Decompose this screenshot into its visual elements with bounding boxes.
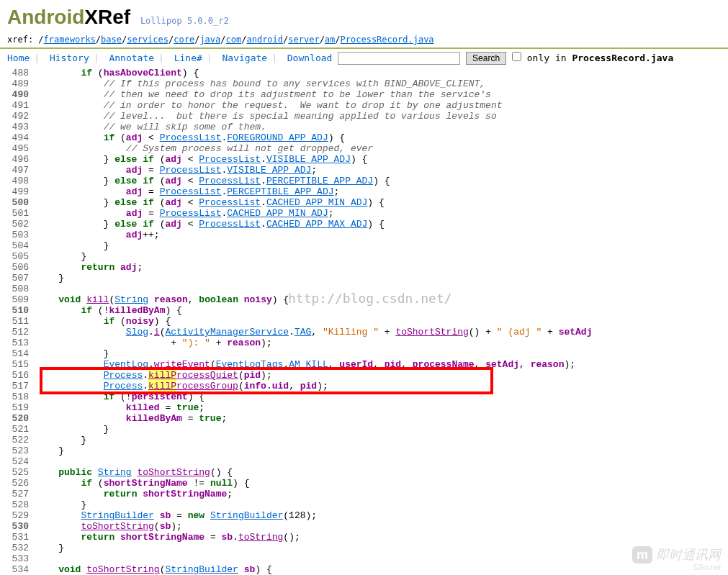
code-content[interactable]: } else if (adj < ProcessList.CACHED_APP_…: [36, 219, 721, 230]
code-content[interactable]: // level... but there is special meaning…: [36, 111, 721, 122]
nav-navigate[interactable]: Navigate: [223, 53, 268, 63]
line-number[interactable]: 523: [7, 445, 36, 456]
code-content[interactable]: adj = ProcessList.VISIBLE_APP_ADJ;: [36, 165, 721, 176]
line-number[interactable]: 515: [7, 359, 36, 370]
line-number[interactable]: 514: [7, 348, 36, 359]
breadcrumb-part[interactable]: server: [288, 35, 319, 45]
nav-annotate[interactable]: Annotate: [109, 53, 154, 63]
code-content[interactable]: void toShortString(StringBuilder sb) {: [36, 564, 721, 575]
code-content[interactable]: // we will skip some of them.: [36, 122, 721, 132]
line-number[interactable]: 507: [7, 273, 36, 284]
nav-line[interactable]: Line#: [174, 53, 202, 63]
line-number[interactable]: 490: [7, 89, 36, 100]
code-content[interactable]: killedByAm = true;: [36, 413, 721, 424]
code-content[interactable]: return shortStringName = sb.toString();: [36, 532, 721, 543]
code-content[interactable]: StringBuilder sb = new StringBuilder(128…: [36, 510, 721, 521]
line-number[interactable]: 528: [7, 499, 36, 510]
line-number[interactable]: 517: [7, 381, 36, 391]
code-content[interactable]: } else if (adj < ProcessList.CACHED_APP_…: [36, 197, 721, 208]
breadcrumb-part[interactable]: core: [174, 35, 194, 45]
line-number[interactable]: 501: [7, 208, 36, 219]
code-content[interactable]: adj = ProcessList.CACHED_APP_MIN_ADJ;: [36, 208, 721, 219]
breadcrumb-part[interactable]: base: [101, 35, 122, 45]
line-number[interactable]: 513: [7, 338, 36, 348]
line-number[interactable]: 529: [7, 510, 36, 521]
code-content[interactable]: [36, 553, 721, 564]
search-input[interactable]: [338, 52, 460, 65]
breadcrumb-part[interactable]: android: [246, 35, 283, 45]
line-number[interactable]: 510: [7, 305, 36, 316]
line-number[interactable]: 521: [7, 424, 36, 435]
code-content[interactable]: }: [36, 445, 721, 456]
line-number[interactable]: 492: [7, 111, 36, 122]
line-number[interactable]: 499: [7, 186, 36, 197]
line-number[interactable]: 532: [7, 543, 36, 553]
code-content[interactable]: }: [36, 240, 721, 251]
line-number[interactable]: 502: [7, 219, 36, 230]
code-content[interactable]: toShortString(sb);: [36, 521, 721, 532]
code-content[interactable]: if (shortStringName != null) {: [36, 478, 721, 489]
line-number[interactable]: 500: [7, 197, 36, 208]
line-number[interactable]: 520: [7, 413, 36, 424]
code-content[interactable]: void kill(String reason, boolean noisy) …: [36, 294, 721, 305]
code-content[interactable]: }: [36, 424, 721, 435]
code-content[interactable]: adj = ProcessList.PERCEPTIBLE_APP_ADJ;: [36, 186, 721, 197]
line-number[interactable]: 489: [7, 78, 36, 89]
code-content[interactable]: }: [36, 543, 721, 553]
line-number[interactable]: 519: [7, 402, 36, 413]
breadcrumb-part[interactable]: com: [226, 35, 242, 45]
breadcrumb-part[interactable]: services: [127, 35, 168, 45]
code-content[interactable]: [36, 456, 721, 467]
code-content[interactable]: }: [36, 273, 721, 284]
code-content[interactable]: if (hasAboveClient) {: [36, 68, 721, 78]
code-content[interactable]: Slog.i(ActivityManagerService.TAG, "Kill…: [36, 327, 721, 338]
code-content[interactable]: // in order to honor the request. We wan…: [36, 100, 721, 111]
code-content[interactable]: } else if (adj < ProcessList.VISIBLE_APP…: [36, 154, 721, 165]
code-content[interactable]: + "): " + reason);: [36, 338, 721, 348]
line-number[interactable]: 508: [7, 284, 36, 294]
line-number[interactable]: 511: [7, 316, 36, 327]
code-content[interactable]: }: [36, 251, 721, 262]
line-number[interactable]: 505: [7, 251, 36, 262]
code-content[interactable]: public String toShortString() {: [36, 467, 721, 478]
line-number[interactable]: 518: [7, 391, 36, 402]
line-number[interactable]: 504: [7, 240, 36, 251]
search-button[interactable]: Search: [466, 52, 506, 65]
code-content[interactable]: return shortStringName;: [36, 489, 721, 499]
line-number[interactable]: 522: [7, 435, 36, 445]
code-content[interactable]: if (adj < ProcessList.FOREGROUND_APP_ADJ…: [36, 132, 721, 143]
code-content[interactable]: if (noisy) {: [36, 316, 721, 327]
line-number[interactable]: 530: [7, 521, 36, 532]
only-in-checkbox[interactable]: [512, 52, 521, 61]
line-number[interactable]: 498: [7, 176, 36, 186]
line-number[interactable]: 527: [7, 489, 36, 499]
line-number[interactable]: 506: [7, 262, 36, 273]
line-number[interactable]: 526: [7, 478, 36, 489]
line-number[interactable]: 534: [7, 564, 36, 575]
code-content[interactable]: }: [36, 435, 721, 445]
line-number[interactable]: 509: [7, 294, 36, 305]
code-content[interactable]: [36, 284, 721, 294]
line-number[interactable]: 494: [7, 132, 36, 143]
line-number[interactable]: 503: [7, 230, 36, 240]
code-content[interactable]: } else if (adj < ProcessList.PERCEPTIBLE…: [36, 176, 721, 186]
nav-home[interactable]: Home: [7, 53, 30, 63]
line-number[interactable]: 525: [7, 467, 36, 478]
version-label[interactable]: Lollipop 5.0.0_r2: [140, 16, 229, 26]
code-content[interactable]: killed = true;: [36, 402, 721, 413]
code-content[interactable]: }: [36, 499, 721, 510]
code-content[interactable]: if (!killedByAm) {: [36, 305, 721, 316]
nav-history[interactable]: History: [50, 53, 89, 63]
code-content[interactable]: EventLog.writeEvent(EventLogTags.AM_KILL…: [36, 359, 721, 370]
breadcrumb-part[interactable]: am: [325, 35, 335, 45]
breadcrumb-part[interactable]: ProcessRecord.java: [341, 35, 434, 45]
line-number[interactable]: 512: [7, 327, 36, 338]
line-number[interactable]: 488: [7, 68, 36, 78]
line-number[interactable]: 496: [7, 154, 36, 165]
code-content[interactable]: Process.killProcessQuiet(pid);: [36, 370, 721, 381]
line-number[interactable]: 531: [7, 532, 36, 543]
line-number[interactable]: 491: [7, 100, 36, 111]
code-content[interactable]: Process.killProcessGroup(info.uid, pid);: [36, 381, 721, 391]
code-content[interactable]: adj++;: [36, 230, 721, 240]
code-content[interactable]: // then we need to drop its adjustment t…: [36, 89, 721, 100]
